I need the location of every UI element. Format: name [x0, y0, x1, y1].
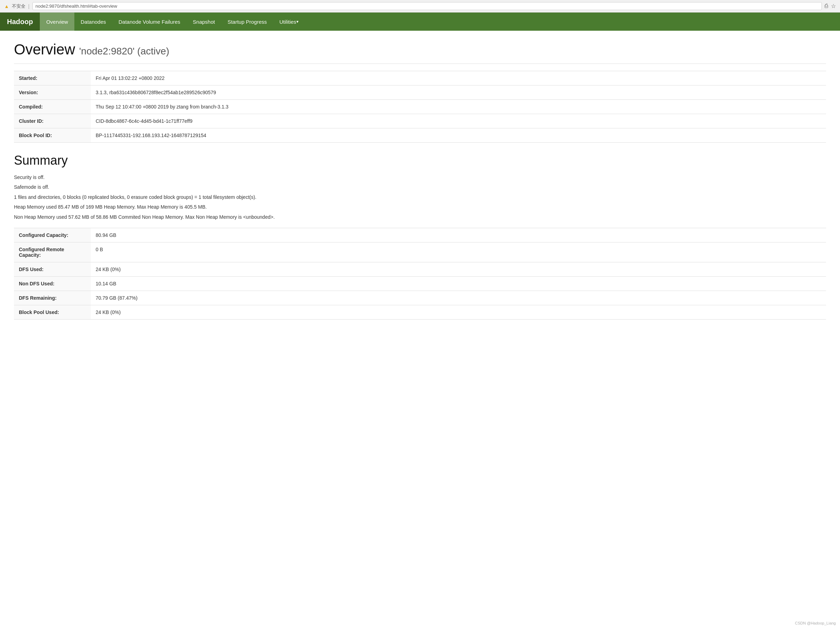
security-label: 不安全	[12, 3, 25, 9]
table-row: Block Pool Used: 24 KB (0%)	[14, 305, 826, 319]
nav-item-datanode-volume-failures[interactable]: Datanode Volume Failures	[112, 13, 187, 31]
summary-label: DFS Used:	[14, 262, 91, 276]
info-value: Fri Apr 01 13:02:22 +0800 2022	[91, 71, 826, 85]
table-row: Compiled: Thu Sep 12 10:47:00 +0800 2019…	[14, 100, 826, 114]
table-row: Non DFS Used: 10.14 GB	[14, 276, 826, 291]
info-label: Compiled:	[14, 100, 91, 114]
info-label: Block Pool ID:	[14, 128, 91, 143]
summary-value: 70.79 GB (87.47%)	[91, 291, 826, 305]
summary-label: DFS Remaining:	[14, 291, 91, 305]
summary-label: Configured Remote Capacity:	[14, 242, 91, 262]
nav-item-utilities[interactable]: Utilities	[273, 13, 305, 31]
summary-value: 24 KB (0%)	[91, 262, 826, 276]
table-row: Configured Capacity: 80.94 GB	[14, 228, 826, 242]
summary-label: Block Pool Used:	[14, 305, 91, 319]
nav-item-datanodes[interactable]: Datanodes	[74, 13, 112, 31]
share-icon[interactable]: ⎙	[825, 3, 828, 9]
info-value: BP-1117445331-192.168.193.142-1648787129…	[91, 128, 826, 143]
summary-table: Configured Capacity: 80.94 GB Configured…	[14, 228, 826, 320]
summary-p2: 1 files and directories, 0 blocks (0 rep…	[14, 193, 826, 201]
browser-actions: ⎙ ☆	[825, 3, 836, 9]
nav-item-startup-progress[interactable]: Startup Progress	[221, 13, 273, 31]
nav-item-snapshot[interactable]: Snapshot	[186, 13, 221, 31]
table-row: Version: 3.1.3, rba631c436b806728f8ec2f5…	[14, 85, 826, 100]
table-row: DFS Remaining: 70.79 GB (87.47%)	[14, 291, 826, 305]
info-label: Started:	[14, 71, 91, 85]
table-row: Cluster ID: CID-8dbc4867-6c4c-4d45-bd41-…	[14, 114, 826, 128]
overview-divider	[14, 63, 826, 64]
info-value: 3.1.3, rba631c436b806728f8ec2f54ab1e2895…	[91, 85, 826, 100]
url-bar[interactable]: node2:9870/dfshealth.html#tab-overview	[33, 2, 822, 10]
table-row: Block Pool ID: BP-1117445331-192.168.193…	[14, 128, 826, 143]
page-title: Overview 'node2:9820' (active)	[14, 41, 826, 58]
summary-value: 24 KB (0%)	[91, 305, 826, 319]
nav-items: Overview Datanodes Datanode Volume Failu…	[40, 13, 305, 31]
summary-value: 10.14 GB	[91, 276, 826, 291]
nav-brand[interactable]: Hadoop	[0, 13, 40, 31]
separator: |	[28, 3, 30, 9]
summary-title: Summary	[14, 153, 826, 168]
summary-label: Non DFS Used:	[14, 276, 91, 291]
security-warning-icon: ▲	[4, 3, 9, 9]
summary-value: 0 B	[91, 242, 826, 262]
browser-bar: ▲ 不安全 | node2:9870/dfshealth.html#tab-ov…	[0, 0, 840, 13]
nav-item-overview[interactable]: Overview	[40, 13, 74, 31]
info-value: Thu Sep 12 10:47:00 +0800 2019 by ztang …	[91, 100, 826, 114]
table-row: DFS Used: 24 KB (0%)	[14, 262, 826, 276]
table-row: Configured Remote Capacity: 0 B	[14, 242, 826, 262]
info-label: Cluster ID:	[14, 114, 91, 128]
summary-p3: Heap Memory used 85.47 MB of 169 MB Heap…	[14, 203, 826, 211]
overview-table: Started: Fri Apr 01 13:02:22 +0800 2022 …	[14, 71, 826, 143]
page-content: Overview 'node2:9820' (active) Started: …	[0, 31, 840, 340]
table-row: Started: Fri Apr 01 13:02:22 +0800 2022	[14, 71, 826, 85]
page-subtitle: 'node2:9820' (active)	[79, 46, 169, 57]
summary-value: 80.94 GB	[91, 228, 826, 242]
bookmark-icon[interactable]: ☆	[831, 3, 836, 9]
navbar: Hadoop Overview Datanodes Datanode Volum…	[0, 13, 840, 31]
summary-p4: Non Heap Memory used 57.62 MB of 58.86 M…	[14, 213, 826, 221]
summary-p0: Security is off.	[14, 173, 826, 181]
info-label: Version:	[14, 85, 91, 100]
summary-label: Configured Capacity:	[14, 228, 91, 242]
summary-section: Security is off. Safemode is off. 1 file…	[14, 173, 826, 221]
info-value: CID-8dbc4867-6c4c-4d45-bd41-1c71ff77eff9	[91, 114, 826, 128]
summary-p1: Safemode is off.	[14, 183, 826, 191]
